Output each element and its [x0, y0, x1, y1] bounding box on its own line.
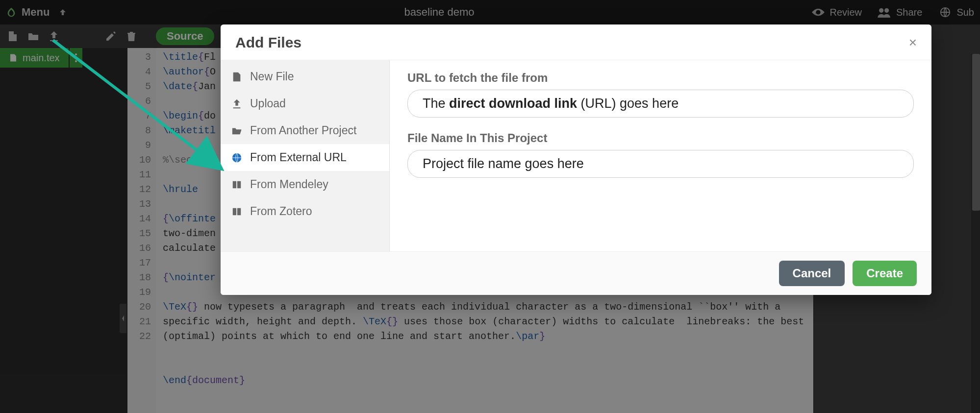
book-icon — [231, 206, 242, 217]
globe-icon — [231, 152, 242, 163]
modal-title: Add Files — [235, 34, 302, 51]
sidebar-item-label: From Zotero — [250, 205, 312, 218]
sidebar-item-label: From Another Project — [250, 124, 356, 137]
folder-open-icon — [231, 125, 242, 136]
sidebar-item-from-url[interactable]: From External URL — [221, 144, 389, 171]
sidebar-item-label: New File — [250, 70, 294, 83]
modal-form: URL to fetch the file from The direct do… — [390, 60, 931, 251]
sidebar-item-from-project[interactable]: From Another Project — [221, 117, 389, 144]
url-input[interactable]: The direct download link (URL) goes here — [407, 90, 914, 118]
close-icon[interactable]: × — [909, 35, 917, 50]
filename-field-label: File Name In This Project — [407, 131, 914, 145]
sidebar-item-from-zotero[interactable]: From Zotero — [221, 198, 389, 225]
url-field-label: URL to fetch the file from — [407, 71, 914, 85]
modal-sidebar: New File Upload From Another Project Fro… — [221, 60, 390, 251]
sidebar-item-from-mendeley[interactable]: From Mendeley — [221, 171, 389, 198]
cancel-button[interactable]: Cancel — [779, 261, 845, 286]
sidebar-item-label: From External URL — [250, 151, 347, 164]
sidebar-item-new-file[interactable]: New File — [221, 63, 389, 90]
upload-icon — [231, 98, 242, 109]
file-icon — [231, 72, 242, 82]
add-files-modal: Add Files × New File Upload From Another… — [221, 24, 931, 295]
book-icon — [231, 179, 242, 190]
sidebar-item-upload[interactable]: Upload — [221, 90, 389, 117]
filename-input[interactable]: Project file name goes here — [407, 150, 914, 178]
sidebar-item-label: Upload — [250, 97, 286, 110]
create-button[interactable]: Create — [853, 261, 917, 286]
sidebar-item-label: From Mendeley — [250, 178, 328, 191]
